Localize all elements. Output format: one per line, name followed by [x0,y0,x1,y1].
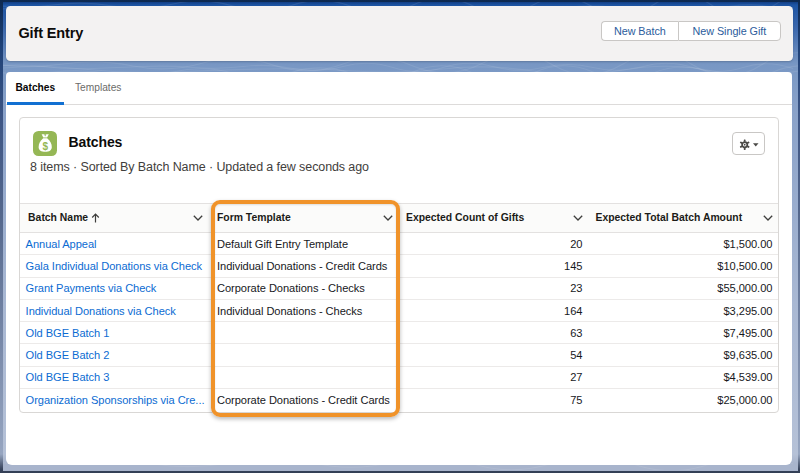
svg-text:$: $ [42,141,48,152]
